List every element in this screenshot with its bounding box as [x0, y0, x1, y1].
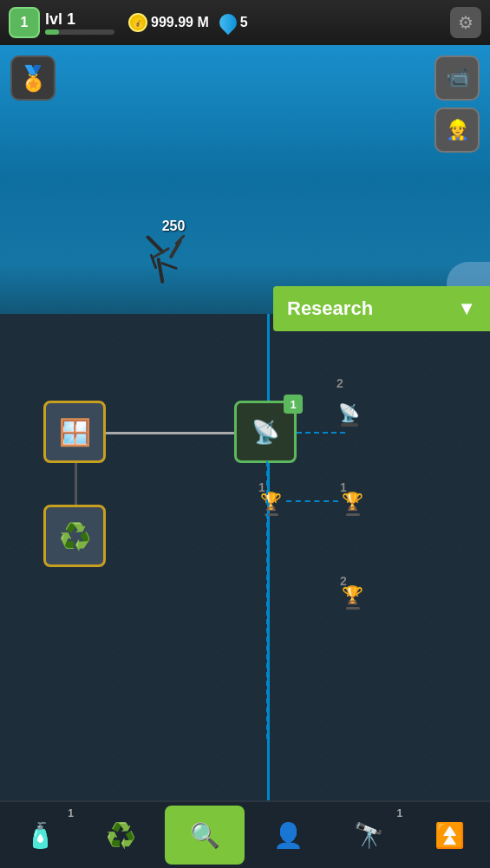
level-number: 1	[21, 15, 29, 30]
drop-icon	[216, 10, 240, 35]
nav-chevrons[interactable]: ⏫	[409, 802, 490, 868]
top-bar: 1 lvl 1 💰 999.99 M 5 ⚙	[0, 0, 490, 45]
nav-bottle[interactable]: 1 🧴	[0, 802, 81, 868]
chevrons-icon: ⏫	[434, 821, 465, 850]
drops-text: 5	[240, 15, 248, 30]
coins-display: 💰 999.99 M	[128, 13, 209, 32]
nav-binoculars[interactable]: 1 🔭	[329, 802, 409, 868]
active-node-level: 1	[284, 395, 303, 414]
xp-bar-container	[45, 29, 114, 35]
window-icon: 🪟	[59, 417, 91, 447]
video-badge[interactable]: 📹	[434, 55, 480, 101]
research-bar[interactable]: Research ▼	[273, 286, 490, 331]
node-recycle[interactable]: ♻️	[43, 505, 106, 567]
worker-badge[interactable]: 👷	[434, 108, 480, 153]
game-area: 🏅 📹 👷 250	[0, 45, 490, 314]
recycle-nav-icon: ♻️	[106, 821, 136, 850]
node-window[interactable]: 🪟	[43, 401, 106, 463]
signal-inside: 📡	[252, 419, 279, 446]
research-label: Research	[287, 297, 373, 320]
debris-cluster: 250	[139, 219, 208, 286]
nav-badge-binoculars: 1	[396, 807, 402, 819]
dashed-v-2	[266, 513, 268, 739]
xp-bar-fill	[45, 29, 59, 35]
research-chevron: ▼	[457, 297, 476, 320]
award-icon: 🏅	[18, 64, 49, 93]
dashed-h-right	[297, 432, 345, 434]
video-icon: 📹	[446, 67, 469, 89]
tech-tree: 🪟 ♻️ 1 📡 2 📡 1 🏆 1 🏆 2 🏆	[0, 314, 490, 800]
nav-search[interactable]: 🔍	[165, 806, 245, 865]
settings-button[interactable]: ⚙	[450, 7, 481, 38]
node-active[interactable]: 1 📡	[234, 401, 297, 463]
coin-icon: 💰	[128, 13, 147, 32]
award-badge[interactable]: 🏅	[10, 55, 56, 101]
signal-locked-1: 📡	[338, 402, 360, 427]
trophy-2: 🏆	[342, 491, 363, 516]
nav-recycle[interactable]: ♻️	[81, 802, 161, 868]
connector-h-1	[106, 432, 234, 434]
settings-icon: ⚙	[458, 12, 474, 33]
bottom-nav: 1 🧴 ♻️ 🔍 👤 1 🔭 ⏫	[0, 800, 490, 868]
debris-count: 250	[139, 219, 208, 234]
drops-display: 5	[219, 14, 248, 31]
coins-text: 999.99 M	[151, 15, 209, 30]
trophy-1: 🏆	[260, 491, 282, 516]
person-icon: 👤	[273, 821, 304, 850]
binoculars-icon: 🔭	[354, 821, 384, 850]
search-icon: 🔍	[190, 821, 220, 850]
recycle-icon: ♻️	[59, 521, 91, 551]
level-2-right-top: 2	[336, 376, 343, 390]
nav-badge-bottle: 1	[68, 807, 74, 819]
connector-v-1	[75, 461, 77, 506]
level-badge: 1	[9, 7, 40, 38]
level-text: lvl 1	[45, 11, 114, 27]
trophy-dashed-h	[286, 500, 338, 502]
level-info: lvl 1	[45, 11, 114, 35]
dashed-v-1	[266, 461, 268, 505]
debris-visual	[139, 234, 208, 286]
nav-person[interactable]: 👤	[248, 802, 329, 868]
trophy-3: 🏆	[342, 584, 363, 610]
bottle-icon: 🧴	[25, 821, 56, 850]
worker-icon: 👷	[446, 119, 469, 141]
